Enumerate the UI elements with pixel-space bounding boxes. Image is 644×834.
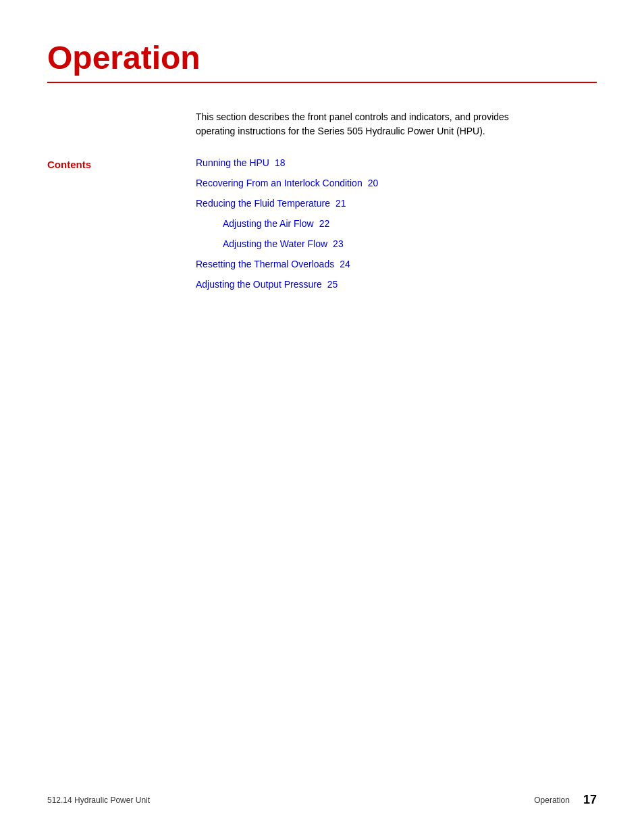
contents-section: Contents Running the HPU18Recovering Fro… <box>47 157 597 299</box>
footer-right: Operation 17 <box>534 793 597 807</box>
toc-page-adjusting-water-flow: 23 <box>333 238 344 249</box>
toc-link-reducing-fluid-temp[interactable]: Reducing the Fluid Temperature <box>196 198 330 209</box>
page-container: Operation This section describes the fro… <box>0 0 644 834</box>
toc-page-resetting-thermal: 24 <box>340 259 350 269</box>
page-title: Operation <box>47 41 597 76</box>
toc-link-adjusting-output-pressure[interactable]: Adjusting the Output Pressure <box>196 279 322 290</box>
toc-item: Running the HPU18 <box>196 157 378 168</box>
toc-page-running-hpu: 18 <box>275 157 286 168</box>
toc-item: Adjusting the Water Flow23 <box>223 238 378 249</box>
toc-item: Reducing the Fluid Temperature21 <box>196 198 378 209</box>
toc-item: Adjusting the Output Pressure25 <box>196 279 378 290</box>
footer-section-name: Operation <box>534 796 570 805</box>
toc-list: Running the HPU18Recovering From an Inte… <box>196 157 378 299</box>
toc-link-adjusting-water-flow[interactable]: Adjusting the Water Flow <box>223 238 327 249</box>
toc-link-running-hpu[interactable]: Running the HPU <box>196 157 269 168</box>
toc-page-recovering-interlock: 20 <box>368 178 379 188</box>
toc-link-resetting-thermal[interactable]: Resetting the Thermal Overloads <box>196 259 334 269</box>
footer: 512.14 Hydraulic Power Unit Operation 17 <box>47 793 597 807</box>
toc-page-adjusting-air-flow: 22 <box>319 218 330 229</box>
contents-label: Contents <box>47 157 196 299</box>
toc-item: Adjusting the Air Flow22 <box>223 218 378 229</box>
toc-item: Recovering From an Interlock Condition20 <box>196 178 378 188</box>
title-rule <box>47 82 597 83</box>
toc-page-adjusting-output-pressure: 25 <box>327 279 338 290</box>
toc-page-reducing-fluid-temp: 21 <box>336 198 346 209</box>
toc-link-recovering-interlock[interactable]: Recovering From an Interlock Condition <box>196 178 363 188</box>
toc-item: Resetting the Thermal Overloads24 <box>196 259 378 269</box>
intro-text: This section describes the front panel c… <box>196 110 533 138</box>
toc-link-adjusting-air-flow[interactable]: Adjusting the Air Flow <box>223 218 314 229</box>
footer-page-number: 17 <box>583 793 597 807</box>
footer-document-title: 512.14 Hydraulic Power Unit <box>47 796 150 805</box>
